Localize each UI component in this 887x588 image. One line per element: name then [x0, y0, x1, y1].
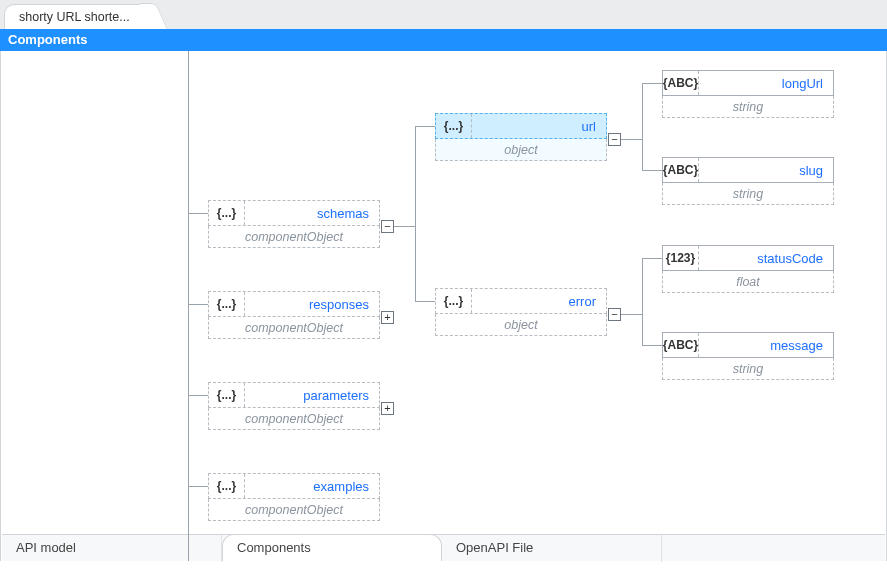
- object-icon: {...}: [209, 292, 245, 316]
- node-error[interactable]: {...}error object: [435, 288, 607, 336]
- node-message[interactable]: {ABC}message string: [662, 332, 834, 380]
- node-type: componentObject: [208, 226, 380, 248]
- node-url[interactable]: {...}url object: [435, 113, 607, 161]
- node-statuscode[interactable]: {123}statusCode float: [662, 245, 834, 293]
- header-bar: Components: [0, 29, 887, 51]
- connector: [188, 51, 189, 561]
- node-label: schemas: [245, 201, 379, 225]
- node-label: longUrl: [699, 71, 833, 95]
- node-label: slug: [699, 158, 833, 182]
- connector: [642, 258, 662, 259]
- node-type: object: [435, 139, 607, 161]
- node-examples[interactable]: {...}examples componentObject: [208, 473, 380, 521]
- object-icon: {...}: [209, 201, 245, 225]
- node-label: statusCode: [699, 246, 833, 270]
- connector: [642, 258, 643, 346]
- node-type: string: [662, 183, 834, 205]
- node-slug[interactable]: {ABC}slug string: [662, 157, 834, 205]
- file-tab[interactable]: shorty URL shorte...: [4, 4, 155, 29]
- string-icon: {ABC}: [663, 333, 699, 357]
- toggle-responses[interactable]: [381, 311, 394, 324]
- node-type: object: [435, 314, 607, 336]
- connector: [415, 301, 435, 302]
- toggle-error[interactable]: [608, 308, 621, 321]
- tab-label: OpenAPI File: [456, 540, 533, 555]
- bottom-tab-strip: API model Components OpenAPI File: [2, 534, 885, 561]
- node-label: url: [472, 114, 606, 138]
- node-longurl[interactable]: {ABC}longUrl string: [662, 70, 834, 118]
- tab-components[interactable]: Components: [222, 534, 442, 561]
- connector: [394, 226, 416, 227]
- connector: [188, 395, 208, 396]
- tab-openapi-file[interactable]: OpenAPI File: [442, 535, 662, 562]
- number-icon: {123}: [663, 246, 699, 270]
- node-label: examples: [245, 474, 379, 498]
- connector: [642, 83, 643, 171]
- file-tab-row: shorty URL shorte...: [0, 0, 887, 29]
- connector: [642, 345, 662, 346]
- tab-api-model[interactable]: API model: [2, 535, 222, 562]
- node-type: string: [662, 96, 834, 118]
- object-icon: {...}: [209, 383, 245, 407]
- node-type: componentObject: [208, 317, 380, 339]
- node-type: componentObject: [208, 499, 380, 521]
- node-label: error: [472, 289, 606, 313]
- node-schemas[interactable]: {...}schemas componentObject: [208, 200, 380, 248]
- node-label: message: [699, 333, 833, 357]
- connector: [642, 83, 662, 84]
- connector: [642, 170, 662, 171]
- object-icon: {...}: [436, 114, 472, 138]
- connector: [188, 486, 208, 487]
- string-icon: {ABC}: [663, 71, 699, 95]
- node-type: string: [662, 358, 834, 380]
- toggle-schemas[interactable]: [381, 220, 394, 233]
- connector: [415, 126, 435, 127]
- object-icon: {...}: [436, 289, 472, 313]
- connector: [188, 213, 208, 214]
- tab-label: Components: [237, 540, 311, 555]
- toggle-url[interactable]: [608, 133, 621, 146]
- object-icon: {...}: [209, 474, 245, 498]
- toggle-parameters[interactable]: [381, 402, 394, 415]
- node-type: componentObject: [208, 408, 380, 430]
- connector: [621, 314, 642, 315]
- file-tab-label: shorty URL shorte...: [19, 10, 130, 24]
- diagram-canvas: {...}schemas componentObject {...}respon…: [0, 51, 887, 561]
- node-label: responses: [245, 292, 379, 316]
- node-label: parameters: [245, 383, 379, 407]
- header-title: Components: [8, 32, 87, 47]
- connector: [621, 139, 642, 140]
- connector: [188, 304, 208, 305]
- node-parameters[interactable]: {...}parameters componentObject: [208, 382, 380, 430]
- string-icon: {ABC}: [663, 158, 699, 182]
- node-type: float: [662, 271, 834, 293]
- node-responses[interactable]: {...}responses componentObject: [208, 291, 380, 339]
- connector: [415, 126, 416, 302]
- tab-label: API model: [16, 540, 76, 555]
